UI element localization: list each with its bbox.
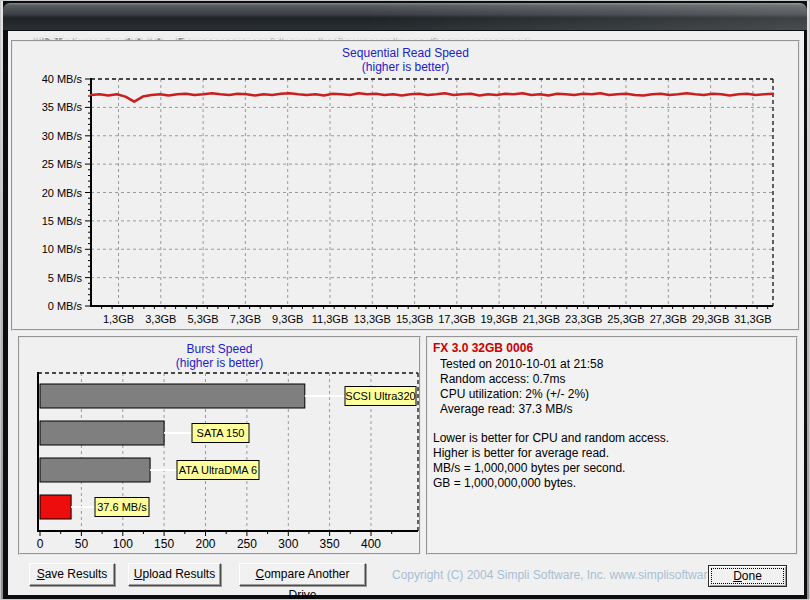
svg-text:30 MB/s: 30 MB/s — [42, 130, 83, 142]
svg-text:SATA 150: SATA 150 — [197, 427, 245, 439]
window-right-edge — [807, 1, 809, 599]
average-read-line: Average read: 37.3 MB/s — [433, 402, 791, 417]
svg-text:5,3GB: 5,3GB — [188, 313, 219, 325]
tested-on-line: Tested on 2010-10-01 at 21:58 — [433, 357, 791, 372]
svg-text:3,3GB: 3,3GB — [145, 313, 176, 325]
burst-speed-chart: SCSI Ultra320SATA 150ATA UltraDMA 637.6 … — [19, 338, 420, 553]
svg-text:29,3GB: 29,3GB — [692, 313, 729, 325]
window-left-edge — [1, 1, 3, 599]
svg-text:15 MB/s: 15 MB/s — [42, 215, 83, 227]
note-line: GB = 1,000,000,000 bytes. — [433, 476, 791, 491]
drive-name: FX 3.0 32GB 0006 — [433, 341, 791, 356]
info-notes: Lower is better for CPU and random acces… — [433, 431, 791, 491]
svg-text:300: 300 — [278, 537, 298, 551]
svg-text:35 MB/s: 35 MB/s — [42, 101, 83, 113]
svg-text:27,3GB: 27,3GB — [650, 313, 687, 325]
svg-text:23,3GB: 23,3GB — [565, 313, 602, 325]
note-line: Higher is better for average read. — [433, 446, 791, 461]
sequential-chart-subtitle: (higher is better) — [11, 60, 800, 74]
svg-text:250: 250 — [237, 537, 257, 551]
svg-text:5 MB/s: 5 MB/s — [48, 272, 83, 284]
copyright-text: Copyright (C) 2004 Simpli Software, Inc.… — [392, 568, 704, 582]
save-results-button[interactable]: Save Results — [29, 563, 115, 586]
title-bar[interactable]: HD Tach version 3.0.4.0 - For non-commer… — [3, 3, 807, 30]
done-button[interactable]: Done — [708, 565, 787, 587]
compare-another-drive-button[interactable]: Compare Another Drive — [239, 563, 366, 586]
cpu-utilization-line: CPU utilization: 2% (+/- 2%) — [433, 387, 791, 402]
sequential-chart-title: Sequential Read Speed — [11, 46, 800, 60]
svg-text:25,3GB: 25,3GB — [607, 313, 644, 325]
svg-text:ATA UltraDMA 6: ATA UltraDMA 6 — [179, 464, 257, 476]
drive-info-content: FX 3.0 32GB 0006 Tested on 2010-10-01 at… — [433, 341, 791, 491]
svg-text:1,3GB: 1,3GB — [103, 313, 134, 325]
svg-text:0: 0 — [37, 537, 44, 551]
svg-text:20 MB/s: 20 MB/s — [42, 187, 83, 199]
svg-text:11,3GB: 11,3GB — [312, 313, 349, 325]
svg-text:SCSI Ultra320: SCSI Ultra320 — [345, 390, 415, 402]
svg-text:150: 150 — [154, 537, 174, 551]
note-line: Lower is better for CPU and random acces… — [433, 431, 791, 446]
svg-text:25 MB/s: 25 MB/s — [42, 158, 83, 170]
svg-text:7,3GB: 7,3GB — [230, 313, 261, 325]
random-access-line: Random access: 0.7ms — [433, 372, 791, 387]
svg-text:350: 350 — [320, 537, 340, 551]
burst-chart-title: Burst Speed — [18, 342, 421, 356]
sequential-read-chart: 40 MB/s35 MB/s30 MB/s25 MB/s20 MB/s15 MB… — [12, 42, 797, 329]
svg-text:13,3GB: 13,3GB — [354, 313, 391, 325]
svg-text:31,3GB: 31,3GB — [734, 313, 771, 325]
svg-text:0 MB/s: 0 MB/s — [48, 300, 83, 312]
upload-results-button[interactable]: Upload Results — [128, 563, 221, 586]
svg-text:21,3GB: 21,3GB — [523, 313, 560, 325]
svg-text:19,3GB: 19,3GB — [480, 313, 517, 325]
hdtach-window: HD Tach version 3.0.4.0 - For non-commer… — [0, 0, 810, 600]
note-line: MB/s = 1,000,000 bytes per second. — [433, 461, 791, 476]
svg-text:400: 400 — [361, 537, 381, 551]
svg-text:9,3GB: 9,3GB — [272, 313, 303, 325]
svg-text:17,3GB: 17,3GB — [438, 313, 475, 325]
svg-text:10 MB/s: 10 MB/s — [42, 243, 83, 255]
svg-text:50: 50 — [75, 537, 89, 551]
svg-text:15,3GB: 15,3GB — [396, 313, 433, 325]
svg-text:100: 100 — [113, 537, 133, 551]
svg-text:40 MB/s: 40 MB/s — [42, 73, 83, 85]
svg-text:37.6 MB/s: 37.6 MB/s — [97, 501, 147, 513]
svg-text:200: 200 — [195, 537, 215, 551]
burst-chart-subtitle: (higher is better) — [18, 356, 421, 370]
